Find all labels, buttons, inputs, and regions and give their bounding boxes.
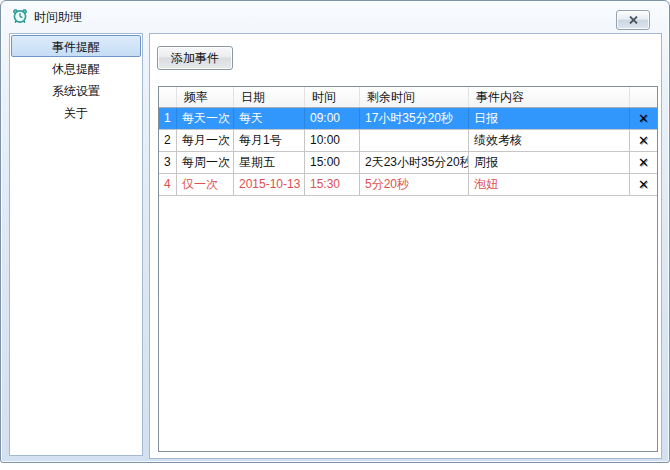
table-cell: 每天	[234, 108, 305, 129]
table-cell: 泡妞	[469, 174, 630, 195]
table-cell: 星期五	[234, 152, 305, 173]
sidebar-item[interactable]: 系统设置	[10, 80, 142, 102]
window-title: 时间助理	[34, 9, 82, 26]
delete-icon: ✕	[638, 155, 649, 170]
table-cell: 2015-10-13	[234, 174, 305, 195]
table-cell: 每月一次	[177, 130, 234, 151]
column-header[interactable]: 剩余时间	[360, 87, 469, 107]
add-event-button[interactable]: 添加事件	[157, 46, 233, 70]
table-row[interactable]: 3每周一次星期五15:002天23小时35分20秒周报✕	[159, 152, 657, 174]
table-cell: 15:00	[305, 152, 360, 173]
column-header[interactable]: 事件内容	[469, 87, 630, 107]
alarm-clock-icon	[12, 8, 28, 24]
close-icon	[629, 16, 638, 24]
table-cell: 3	[159, 152, 177, 173]
table-body: 1每天一次每天09:0017小时35分20秒日报✕2每月一次每月1号10:00绩…	[159, 108, 657, 196]
delete-event-button[interactable]: ✕	[630, 174, 657, 195]
sidebar: 事件提醒休息提醒系统设置关于	[9, 33, 143, 456]
column-header[interactable]: 日期	[234, 87, 305, 107]
table-row[interactable]: 1每天一次每天09:0017小时35分20秒日报✕	[159, 108, 657, 130]
table-cell: 09:00	[305, 108, 360, 129]
sidebar-item[interactable]: 休息提醒	[10, 58, 142, 80]
delete-icon: ✕	[638, 177, 649, 192]
delete-icon: ✕	[638, 133, 649, 148]
main-panel: 添加事件 频率日期时间剩余时间事件内容 1每天一次每天09:0017小时35分2…	[149, 33, 662, 459]
table-cell: 周报	[469, 152, 630, 173]
table-cell: 10:00	[305, 130, 360, 151]
table-cell: 每天一次	[177, 108, 234, 129]
table-header-row: 频率日期时间剩余时间事件内容	[159, 87, 657, 108]
table-row[interactable]: 4仅一次2015-10-1315:305分20秒泡妞✕	[159, 174, 657, 196]
table-cell: 17小时35分20秒	[360, 108, 469, 129]
table-cell: 2天23小时35分20秒	[360, 152, 469, 173]
screen: 时间助理 事件提醒休息提醒系统设置关于 添加事件 频率日期时间剩余时间事件内容 …	[0, 0, 670, 470]
column-header[interactable]	[630, 87, 657, 107]
delete-event-button[interactable]: ✕	[630, 108, 657, 129]
table-cell: 绩效考核	[469, 130, 630, 151]
table-cell	[360, 130, 469, 151]
table-cell: 4	[159, 174, 177, 195]
events-table: 频率日期时间剩余时间事件内容 1每天一次每天09:0017小时35分20秒日报✕…	[158, 86, 658, 452]
table-cell: 2	[159, 130, 177, 151]
delete-event-button[interactable]: ✕	[630, 152, 657, 173]
sidebar-item[interactable]: 关于	[10, 102, 142, 124]
table-cell: 每周一次	[177, 152, 234, 173]
table-cell: 每月1号	[234, 130, 305, 151]
column-header[interactable]: 时间	[305, 87, 360, 107]
sidebar-item[interactable]: 事件提醒	[11, 35, 141, 57]
column-header[interactable]	[159, 87, 177, 107]
delete-icon: ✕	[638, 111, 649, 126]
table-cell: 仅一次	[177, 174, 234, 195]
delete-event-button[interactable]: ✕	[630, 130, 657, 151]
table-cell: 5分20秒	[360, 174, 469, 195]
table-row[interactable]: 2每月一次每月1号10:00绩效考核✕	[159, 130, 657, 152]
table-cell: 1	[159, 108, 177, 129]
column-header[interactable]: 频率	[177, 87, 234, 107]
app-window: 时间助理 事件提醒休息提醒系统设置关于 添加事件 频率日期时间剩余时间事件内容 …	[0, 0, 670, 463]
table-cell: 15:30	[305, 174, 360, 195]
table-cell: 日报	[469, 108, 630, 129]
titlebar: 时间助理	[1, 1, 669, 31]
close-button[interactable]	[616, 10, 650, 30]
